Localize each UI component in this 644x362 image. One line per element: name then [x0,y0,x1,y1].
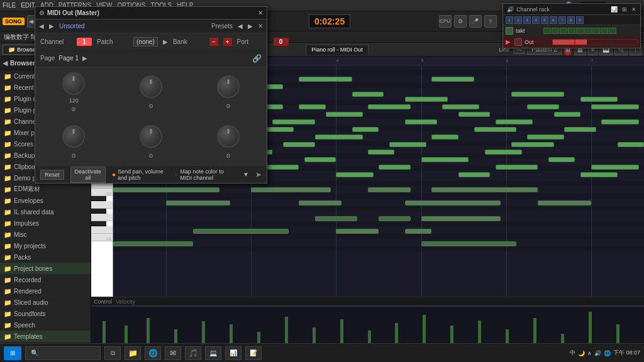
app-minimize[interactable]: _ [599,15,611,28]
bank-plus[interactable]: + [223,38,232,46]
presets-close-icon[interactable]: ✕ [258,23,263,30]
nav-left-icon[interactable]: ◀ [39,23,44,30]
knob-1-settings-icon[interactable]: ⚙ [62,106,85,112]
time-display: 0:02:25 [309,14,350,28]
maximize-icon[interactable]: □ [623,2,629,9]
reset-button[interactable]: Reset [40,170,64,180]
sidebar-item-project-bones[interactable]: 📁 Project bones [0,263,91,274]
start-button[interactable]: ⊞ [4,346,21,360]
song-button[interactable]: SONG [3,18,25,25]
knob-4-settings-icon[interactable]: ⚙ [71,153,76,159]
cpu-icon[interactable]: CPU [439,15,452,28]
knob-2-settings-icon[interactable]: ⚙ [148,103,153,109]
app-close[interactable]: ✕ [629,15,641,28]
sidebar-item-packs[interactable]: 📁 Packs [0,251,91,263]
sidebar-item-rendered[interactable]: 📁 Rendered [0,285,91,297]
knob-3[interactable]: ⚙ [217,75,240,109]
sidebar-item-impulses[interactable]: 📁 Impulses [0,217,91,229]
channel-rack-btn[interactable]: ▦ [574,44,586,55]
piano-roll-tab[interactable]: Piano roll - MIDI Out [306,45,369,55]
knob-2-control[interactable] [140,75,162,98]
app-maximize[interactable]: □ [614,15,626,28]
knob-5-settings-icon[interactable]: ⚙ [148,153,153,159]
search-button[interactable]: 🔍 [25,346,101,360]
chrome-button[interactable]: 🌐 [145,346,161,360]
nav-right-icon[interactable]: ▶ [49,23,54,30]
line-selector[interactable]: — [513,45,525,54]
arrow-icon[interactable]: ➤ [255,170,262,179]
file-explorer-button[interactable]: 📁 [125,346,141,360]
app-icon-3[interactable]: 📝 [245,346,262,360]
knob-4[interactable]: ⚙ [62,125,85,159]
plugin-btn[interactable]: 🔌 [614,44,628,55]
music-button[interactable]: 🎵 [185,346,201,360]
sidebar-item-sliced-audio[interactable]: 📁 Sliced audio [0,297,91,308]
bank-minus[interactable]: − [209,38,218,46]
sidebar-item-recorded[interactable]: 📁 Recorded [0,274,91,285]
app-icon-1[interactable]: 💻 [205,346,221,360]
knob-3-control[interactable] [217,75,240,98]
knob-3-settings-icon[interactable]: ⚙ [226,103,231,109]
port-value[interactable]: 0 [274,38,289,46]
knob-6-control[interactable] [217,125,240,148]
network-icon[interactable]: 🌐 [604,350,611,356]
sidebar-item-il-shared[interactable]: 📁 IL shared data [0,206,91,217]
channel-param-row: Channel 1 Patch (none) ▶ Bank − + Port 0 [35,33,267,51]
clock-display: 下午 08:07 [613,349,640,357]
sidebar-item-envelopes[interactable]: 📁 Envelopes [0,195,91,206]
sidebar-item-edm[interactable]: 📁 EDM素材 [0,184,91,195]
sidebar-item-misc[interactable]: 📁 Misc [0,229,91,240]
mini-sequencer[interactable] [91,305,644,343]
deactivate-all-button[interactable]: Deactivate all [70,167,106,183]
menu-file[interactable]: FILE [3,2,16,9]
grid-icon[interactable]: ⊞ [564,44,572,55]
knob-4-control[interactable] [62,125,85,148]
window-close-btn[interactable]: ✕ [258,9,263,16]
send-pan-checkbox[interactable]: ● Send pan, volume and pitch [112,168,168,181]
presets-nav-left[interactable]: ◀ [238,23,243,30]
piano-btn[interactable]: 🎹 [599,44,613,55]
folder-icon: 📁 [4,84,11,91]
map-note-checkbox[interactable]: ○ Map note color to MIDI channel [174,168,236,181]
item-label: Misc [14,231,27,238]
page-arrow[interactable]: ▶ [82,55,87,62]
sidebar-back-icon[interactable]: ◀ [3,59,8,67]
midi-out-window[interactable]: ⚙ MIDI Out (Master) ✕ ◀ ▶ Unsorted Prese… [35,6,267,184]
settings-icon[interactable]: ⚙ [454,15,467,28]
patch-arrow[interactable]: ▶ [163,38,168,45]
chinese-char[interactable]: 中 [570,349,575,357]
knob-1[interactable]: 120 ⚙ [62,72,85,112]
close-icon[interactable]: ✕ [634,2,641,9]
sidebar-item-speech[interactable]: 📁 Speech [0,319,91,331]
volume-icon[interactable]: 🔊 [594,350,601,356]
task-view-button[interactable]: ⧉ [104,346,121,360]
patch-value[interactable]: (none) [133,37,158,47]
link-icon[interactable]: 🔗 [252,54,262,63]
sidebar-item-my-projects[interactable]: 📁 My projects [0,240,91,251]
channel-value[interactable]: 1 [77,38,92,46]
mixer-btn[interactable]: ≡ [588,44,597,55]
sidebar-item-soundfonts[interactable]: 📁 Soundfonts [0,308,91,319]
sidebar-item-templates[interactable]: 📁 Templates [0,331,91,342]
mail-button[interactable]: ✉ [165,346,181,360]
pattern-display[interactable]: Pattern 2 [527,44,562,55]
menu-edit[interactable]: EDIT [21,2,35,9]
page-value[interactable]: Page 1 [58,55,79,62]
knob-5-control[interactable] [140,125,162,148]
more-btn[interactable]: ⋮ [630,44,641,55]
knob-6-settings-icon[interactable]: ⚙ [226,153,231,159]
mic-icon[interactable]: 🎤 [469,15,482,28]
help-icon[interactable]: ? [484,15,497,28]
dropdown-arrow[interactable]: ▼ [243,171,249,178]
folder-icon: 📁 [4,265,11,272]
knob-6[interactable]: ⚙ [217,125,240,159]
presets-nav-right[interactable]: ▶ [248,23,253,30]
folder-icon: 📁 [4,277,11,283]
minimize-icon[interactable]: _ [611,2,618,9]
knob-1-control[interactable] [62,72,85,95]
expand-tray-icon[interactable]: ∧ [587,350,592,356]
knob-5[interactable]: ⚙ [140,125,162,159]
knob-2[interactable]: ⚙ [140,75,162,109]
app-icon-2[interactable]: 📊 [225,346,242,360]
search-icon[interactable]: 🔍 [565,1,575,10]
